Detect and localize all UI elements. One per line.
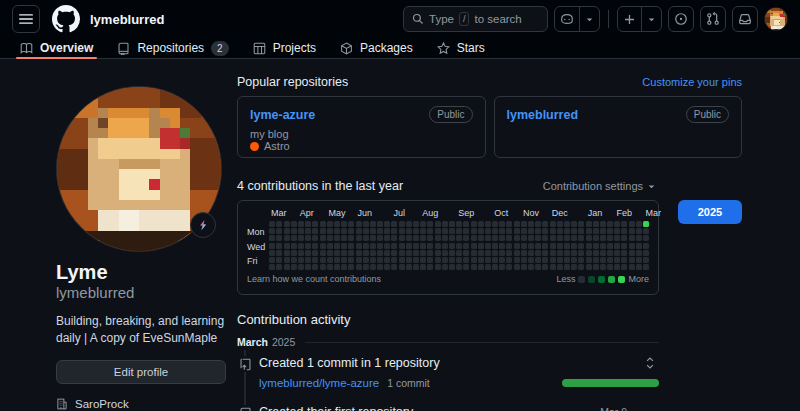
contribution-cell[interactable] [471,257,477,263]
contribution-cell[interactable] [506,228,512,234]
contribution-cell[interactable] [327,221,333,227]
contribution-cell[interactable] [284,250,290,256]
repo-link[interactable]: lymeblurred [507,108,579,122]
contribution-cell[interactable] [593,235,599,241]
contribution-cell[interactable] [427,243,433,249]
contribution-cell[interactable] [506,264,512,270]
contribution-cell[interactable] [506,250,512,256]
contribution-cell[interactable] [456,250,462,256]
contribution-cell[interactable] [327,243,333,249]
contribution-cell[interactable] [406,243,412,249]
contribution-cell[interactable] [420,235,426,241]
contribution-cell[interactable] [593,257,599,263]
copilot-button[interactable] [555,7,579,31]
contribution-cell[interactable] [521,243,527,249]
contribution-cell[interactable] [492,221,498,227]
tab-repositories[interactable]: Repositories 2 [107,38,238,58]
contribution-cell[interactable] [391,257,397,263]
contribution-cell[interactable] [571,257,577,263]
contribution-cell[interactable] [456,264,462,270]
contribution-cell[interactable] [528,250,534,256]
contribution-cell[interactable] [550,221,556,227]
contribution-cell[interactable] [406,250,412,256]
contribution-cell[interactable] [420,257,426,263]
contribution-cell[interactable] [499,264,505,270]
contribution-cell[interactable] [506,221,512,227]
contribution-cell[interactable] [499,250,505,256]
contribution-cell[interactable] [521,264,527,270]
contribution-cell[interactable] [435,250,441,256]
contribution-cell[interactable] [528,221,534,227]
contribution-cell[interactable] [348,235,354,241]
contribution-cell[interactable] [571,228,577,234]
contribution-cell[interactable] [406,264,412,270]
contribution-cell[interactable] [427,228,433,234]
contribution-cell[interactable] [327,264,333,270]
contribution-cell[interactable] [463,243,469,249]
contribution-cell[interactable] [521,228,527,234]
contribution-cell[interactable] [621,221,627,227]
contribution-cell[interactable] [478,250,484,256]
copilot-dropdown-button[interactable] [579,7,599,31]
contribution-cell[interactable] [348,228,354,234]
contribution-cell[interactable] [578,264,584,270]
contribution-cell[interactable] [413,228,419,234]
contribution-cell[interactable] [463,235,469,241]
contribution-cell[interactable] [284,257,290,263]
contribution-cell[interactable] [370,257,376,263]
contribution-cell[interactable] [542,235,548,241]
repo-link[interactable]: lyme-azure [250,108,315,122]
contribution-cell[interactable] [571,264,577,270]
contribution-cell[interactable] [363,257,369,263]
contribution-cell[interactable] [550,264,556,270]
contribution-cell[interactable] [471,235,477,241]
contribution-cell[interactable] [298,228,304,234]
contribution-cell[interactable] [348,243,354,249]
contribution-cell[interactable] [334,257,340,263]
contribution-cell[interactable] [607,235,613,241]
unfold-activity-button[interactable] [645,357,655,369]
contribution-cell[interactable] [320,243,326,249]
contribution-cell[interactable] [499,235,505,241]
contribution-cell[interactable] [391,264,397,270]
contribution-cell[interactable] [506,243,512,249]
contribution-cell[interactable] [478,221,484,227]
contribution-cell[interactable] [478,235,484,241]
contribution-cell[interactable] [341,264,347,270]
contribution-cell[interactable] [629,264,635,270]
contribution-cell[interactable] [442,221,448,227]
contribution-cell[interactable] [284,228,290,234]
contribution-cell[interactable] [557,243,563,249]
contribution-cell[interactable] [629,250,635,256]
contribution-cell[interactable] [312,264,318,270]
contribution-cell[interactable] [291,228,297,234]
contribution-cell[interactable] [550,228,556,234]
contribution-cell[interactable] [629,221,635,227]
contribution-cell[interactable] [586,243,592,249]
contribution-cell[interactable] [463,221,469,227]
contribution-cell[interactable] [528,264,534,270]
contribution-cell[interactable] [334,228,340,234]
contribution-cell[interactable] [564,250,570,256]
contribution-cell[interactable] [363,243,369,249]
contribution-cell[interactable] [269,228,275,234]
contribution-cell[interactable] [521,221,527,227]
contribution-cell[interactable] [399,228,405,234]
contribution-cell[interactable] [535,221,541,227]
contribution-cell[interactable] [449,228,455,234]
contribution-cell[interactable] [521,250,527,256]
contribution-cell[interactable] [312,221,318,227]
contribution-cell[interactable] [478,228,484,234]
contribution-cell[interactable] [413,264,419,270]
contribution-cell[interactable] [492,264,498,270]
contribution-cell[interactable] [284,235,290,241]
contribution-cell[interactable] [586,235,592,241]
contribution-cell[interactable] [456,243,462,249]
contribution-settings-dropdown[interactable]: Contribution settings [543,180,656,192]
contribution-cell[interactable] [621,243,627,249]
contribution-cell[interactable] [435,243,441,249]
contribution-cell[interactable] [621,264,627,270]
contribution-cell[interactable] [528,257,534,263]
contribution-cell[interactable] [435,264,441,270]
contribution-cell[interactable] [593,264,599,270]
